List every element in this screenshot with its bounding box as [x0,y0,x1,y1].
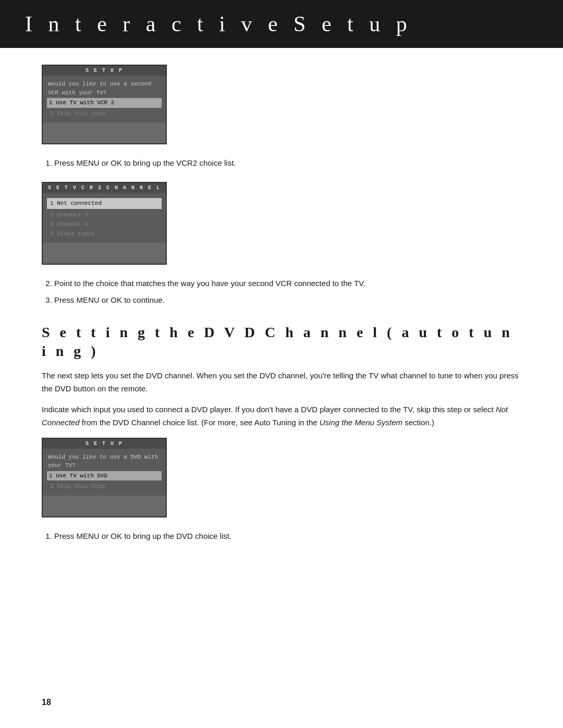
screen2-option-2: 2 Channel 3 [48,210,161,220]
section-heading: S e t t i n g t h e D V D C h a n n e l … [42,323,521,361]
not-connected-ref: Not Connected [42,405,508,427]
screen3-title: S E T U P [43,439,166,449]
screen2-body: 1 Not connected 2 Channel 3 3 Channel 4 … [43,193,166,243]
content-area: S E T U P Would you like to use a second… [0,65,563,586]
screen3-question: Would you like to use a DVD with your TV… [48,454,158,469]
screen1-body: Would you like to use a second VCR with … [43,76,166,122]
screen1-title: S E T U P [43,66,166,76]
menu-system-ref: Using the Menu System [320,418,402,427]
screen3-footer [43,496,166,516]
screen1-question: Would you like to use a second VCR with … [48,81,151,96]
step-2: Point to the choice that matches the way… [54,277,521,290]
step-1: Press MENU or OK to bring up the VCR2 ch… [54,157,521,169]
steps-list-1: Press MENU or OK to bring up the VCR2 ch… [54,157,521,169]
page-number: 18 [42,698,51,707]
steps-list-3: Press MENU or OK to bring up the DVD cho… [54,530,521,542]
screen2-option-1: 1 Not connected [47,198,162,209]
screen1-option-1: 1 Use TV with VCR 2 [47,98,162,108]
page-title: I n t e r a c t i v e S e t u p [25,11,538,36]
screen3-option-1: 1 Use TV with DVD [47,471,162,481]
step-4: Press MENU or OK to bring up the DVD cho… [54,530,521,542]
screen-mockup-1: S E T U P Would you like to use a second… [42,65,167,144]
screen3-body: Would you like to use a DVD with your TV… [43,449,166,496]
steps-list-2: Point to the choice that matches the way… [54,277,521,306]
screen2-option-4: 4 Video Input [48,229,161,239]
screen2-footer [43,243,166,264]
screen-mockup-3: S E T U P Would you like to use a DVD wi… [42,438,167,517]
screen2-title: S E T V C R 2 C H A N N E L [43,183,166,193]
body-paragraph-1: The next step lets you set the DVD chann… [42,369,521,396]
screen1-option-2: 2 Skip this step [48,109,161,119]
screen1-footer [43,122,166,143]
screen-mockup-2: S E T V C R 2 C H A N N E L 1 Not connec… [42,182,167,265]
screen3-option-2: 2 Skip this step [48,482,161,491]
page-header: I n t e r a c t i v e S e t u p [0,0,563,48]
step-3: Press MENU or OK to continue. [54,294,521,306]
body-paragraph-2: Indicate which input you used to connect… [42,403,521,429]
screen2-option-3: 3 Channel 4 [48,219,161,229]
